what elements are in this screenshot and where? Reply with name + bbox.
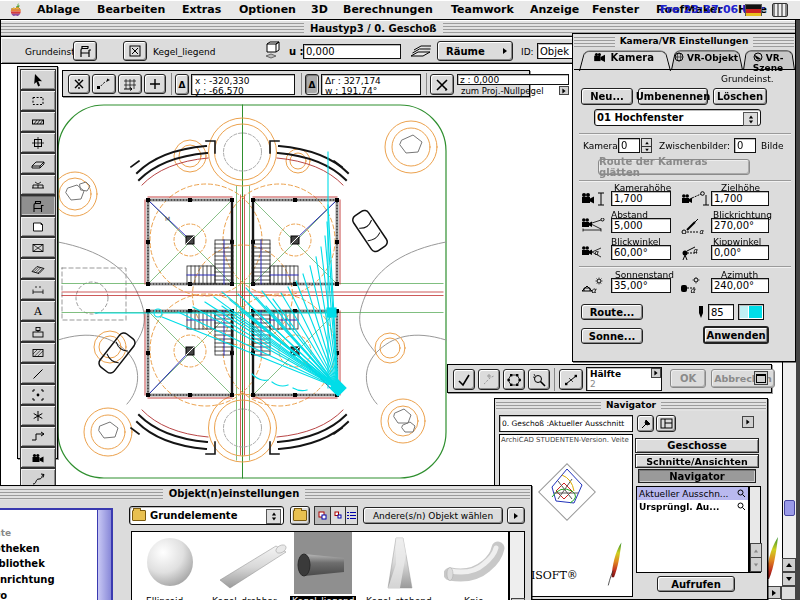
tool-hotspot[interactable] — [20, 384, 56, 405]
gallery-label-0[interactable]: Ellipsoid — [146, 596, 183, 600]
library-sidebar[interactable]: theken enelemente ektbibliotheken . Basi… — [0, 508, 113, 600]
rooms-button[interactable]: Räume — [437, 41, 513, 61]
menu-optionen[interactable]: Optionen — [239, 3, 296, 16]
tab-vr-szene[interactable]: VR-Szene — [743, 48, 793, 69]
navigator-list[interactable]: Aktueller Ausschn... Ursprüngl. Au... — [636, 486, 749, 573]
sidebar-item-4[interactable]: 1.1 Einrichtung — [0, 573, 55, 585]
group-button[interactable] — [503, 369, 525, 390]
menu-fenster[interactable]: Fenster — [592, 3, 639, 16]
smooth-route-button[interactable]: Route der Kameras glätten — [598, 159, 750, 175]
gallery-label-4[interactable]: Knie — [464, 596, 484, 600]
marker-button[interactable] — [123, 41, 147, 61]
xy-fields[interactable]: x : -320,330 y : -66,570 — [191, 74, 295, 95]
ref-level-menu[interactable] — [559, 86, 569, 95]
folder-stepper[interactable] — [266, 509, 281, 524]
menu-ablage[interactable]: Ablage — [37, 3, 80, 16]
tool-roof[interactable] — [20, 237, 56, 258]
tool-marquee[interactable] — [20, 90, 56, 111]
tool-mesh[interactable] — [20, 258, 56, 279]
sun-azimuth-field[interactable]: 240,00° — [711, 278, 769, 293]
palette-shrink-button[interactable] — [754, 371, 768, 385]
distance-field[interactable]: 5,000 — [611, 218, 671, 233]
object-menu-button[interactable] — [507, 507, 525, 524]
view-list-button[interactable] — [346, 507, 357, 524]
segment-option-button[interactable] — [559, 369, 583, 390]
tool-zone[interactable] — [20, 321, 56, 342]
trace-button[interactable] — [478, 369, 500, 390]
list-scroll-up[interactable] — [750, 543, 762, 558]
camera-count-field[interactable]: 0 — [618, 138, 640, 153]
navigator-titlebar[interactable]: Navigator — [496, 400, 766, 411]
elevation-icon[interactable] — [263, 41, 285, 61]
rename-camera-button[interactable]: Umbenennen — [638, 88, 708, 105]
coord-plus-button[interactable] — [144, 74, 166, 94]
tool-wall[interactable] — [20, 111, 56, 132]
sun-altitude-field[interactable]: 35,00° — [611, 278, 671, 293]
navigator-button[interactable]: Navigator — [638, 469, 756, 483]
object-window-titlebar[interactable]: Objekt(n)einstellungen — [0, 487, 530, 500]
sidebar-item-5[interactable]: Büro — [0, 589, 7, 600]
navigator-menu-arrow[interactable] — [742, 416, 754, 428]
sections-button[interactable]: Schnitte/Ansichten — [635, 454, 759, 468]
menu-berechnungen[interactable]: Berechnungen — [343, 3, 433, 16]
menu-3d[interactable]: 3D — [311, 3, 328, 16]
tool-column[interactable] — [20, 132, 56, 153]
folder-up-button[interactable] — [290, 506, 310, 525]
tool-camera[interactable] — [20, 447, 56, 468]
delete-camera-button[interactable]: Löschen — [713, 88, 767, 105]
view-direction-field[interactable]: 270,00° — [711, 218, 769, 233]
tool-dimension[interactable] — [20, 279, 56, 300]
tool-beam[interactable] — [20, 153, 56, 174]
tool-section[interactable] — [20, 426, 56, 447]
sidebar-scrollbar[interactable] — [97, 510, 111, 600]
app-menu-icon[interactable] — [772, 3, 788, 17]
wand-button[interactable] — [528, 369, 550, 390]
camera-count-stepper[interactable] — [641, 138, 652, 153]
z-field[interactable]: z : 0,000 — [457, 74, 569, 85]
view-cone-field[interactable]: 60,00° — [611, 245, 671, 260]
sidebar-item-2[interactable]: ektbibliotheken — [0, 543, 40, 554]
delta-rw-toggle[interactable]: Δ — [305, 74, 319, 95]
id-field[interactable]: Objek — [537, 43, 577, 59]
view-large-button[interactable] — [315, 507, 331, 524]
tab-kamera[interactable]: Kamera — [579, 48, 669, 69]
pen-number-field[interactable]: 85 — [708, 304, 734, 320]
tool-object[interactable] — [20, 195, 56, 216]
gallery-label-1[interactable]: Kegel_drehbar — [212, 596, 277, 600]
target-height-field[interactable]: 1,700 — [711, 191, 769, 206]
default-settings-button[interactable] — [73, 41, 97, 61]
tool-line[interactable] — [20, 363, 56, 384]
route-button[interactable]: Route... — [581, 304, 643, 320]
call-button[interactable]: Aufrufen — [657, 576, 735, 592]
list-scroll-down[interactable] — [750, 557, 762, 572]
layout-button[interactable] — [656, 415, 676, 432]
inbetween-field[interactable]: 0 — [734, 138, 756, 153]
delta-xy-toggle[interactable]: Δ — [175, 74, 189, 95]
menu-anzeige[interactable]: Anzeige — [530, 3, 579, 16]
tool-spline[interactable] — [20, 405, 56, 426]
navigator-list-scrollbar[interactable] — [749, 486, 761, 573]
new-camera-button[interactable]: Neu... — [581, 88, 633, 105]
ok-button[interactable]: OK — [670, 369, 706, 388]
gallery-label-3[interactable]: Kegel_stehend — [366, 596, 432, 600]
menu-bearbeiten[interactable]: Bearbeiten — [97, 3, 165, 16]
tool-arrow[interactable] — [20, 69, 56, 90]
camera-palette-titlebar[interactable]: Kamera/VR Einstellungen — [574, 35, 794, 47]
tool-text[interactable]: A — [20, 300, 56, 321]
camera-height-field[interactable]: 1,700 — [611, 191, 671, 206]
division-menu-arrow[interactable] — [651, 368, 661, 378]
sidebar-item-3[interactable]: . Basisbibliothek — [0, 558, 45, 569]
tool-slab[interactable] — [20, 216, 56, 237]
camera-preset-dropdown[interactable]: 01 Hochfenster — [594, 109, 761, 126]
stories-button[interactable]: Geschosse — [635, 438, 759, 453]
list-item-current[interactable]: Aktueller Ausschn... — [637, 487, 748, 500]
sun-button[interactable]: Sonne... — [581, 328, 643, 344]
tab-vr-objekt[interactable]: VR-Objekt — [671, 48, 741, 69]
v-scroll-thumb[interactable] — [784, 500, 795, 516]
sidebar-item-1[interactable]: enelemente — [0, 528, 11, 538]
layers-icon[interactable] — [409, 42, 433, 60]
coord-grid-button[interactable] — [118, 74, 142, 94]
z-gravity-button[interactable] — [430, 74, 454, 95]
coord-origin-button[interactable] — [68, 74, 90, 94]
object-gallery[interactable]: Ellipsoid Kegel_drehbar Kegel_liegend Ke… — [131, 531, 509, 600]
